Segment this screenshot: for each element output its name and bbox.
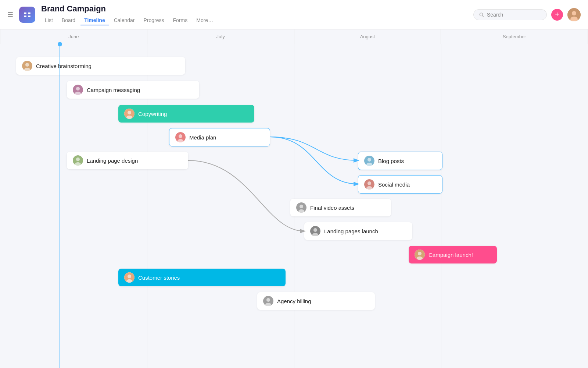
task-card-landing-pages-launch[interactable]: Landing pages launch [304, 222, 412, 240]
task-label: Social media [378, 181, 410, 188]
nav-tab-board[interactable]: Board [58, 16, 79, 25]
task-avatar [124, 272, 135, 283]
hamburger-menu[interactable]: ☰ [7, 11, 13, 19]
nav-tab-more[interactable]: More… [193, 16, 217, 25]
task-label: Blog posts [378, 158, 404, 164]
nav-tab-forms[interactable]: Forms [169, 16, 191, 25]
task-card-media-plan[interactable]: Media plan [169, 128, 270, 146]
timeline-dot [58, 42, 62, 46]
task-label: Creative brainstorming [36, 63, 92, 69]
nav-tab-progress[interactable]: Progress [140, 16, 168, 25]
task-avatar [124, 109, 135, 119]
timeline-container: JuneJulyAugustSeptember [0, 29, 588, 368]
task-avatar [310, 226, 320, 236]
svg-point-32 [368, 181, 371, 185]
task-avatar [296, 202, 306, 213]
month-june: June [0, 29, 147, 44]
add-button[interactable]: + [551, 9, 563, 21]
svg-point-8 [480, 13, 483, 16]
nav-tab-timeline[interactable]: Timeline [80, 16, 109, 25]
task-label: Agency billing [277, 298, 311, 304]
task-card-campaign-messaging[interactable]: Campaign messaging [67, 81, 199, 99]
task-card-copywriting[interactable]: Copywriting [118, 105, 254, 123]
svg-point-47 [266, 298, 270, 302]
svg-line-9 [483, 15, 484, 17]
svg-rect-5 [28, 15, 31, 15]
grid-line-3 [441, 44, 441, 368]
timeline-vertical-bar [60, 44, 60, 368]
task-label: Campaign launch! [429, 252, 473, 258]
month-july: July [147, 29, 294, 44]
task-label: Copywriting [138, 111, 167, 117]
task-card-customer-stories[interactable]: Customer stories [118, 269, 286, 286]
months-bar: JuneJulyAugustSeptember [0, 29, 588, 44]
svg-point-26 [76, 158, 80, 161]
task-label: Landing pages launch [324, 228, 378, 234]
month-august: August [294, 29, 441, 44]
task-avatar [73, 85, 83, 95]
svg-point-29 [368, 158, 371, 162]
svg-point-41 [418, 252, 422, 255]
task-avatar [22, 61, 32, 71]
svg-point-11 [572, 11, 576, 15]
svg-rect-4 [28, 13, 31, 14]
nav-tab-list[interactable]: List [41, 16, 57, 25]
svg-point-35 [300, 205, 303, 208]
svg-rect-7 [28, 16, 31, 17]
month-september: September [441, 29, 588, 44]
svg-rect-2 [24, 15, 26, 15]
svg-point-38 [313, 228, 317, 232]
task-card-campaign-launch[interactable]: Campaign launch! [409, 246, 497, 263]
task-card-agency-billing[interactable]: Agency billing [257, 292, 375, 310]
header: ☰ Brand Campaign ListBoardTimelineCalend… [0, 0, 588, 29]
app-icon-svg [23, 10, 32, 19]
nav-tab-calendar[interactable]: Calendar [110, 16, 139, 25]
svg-point-17 [76, 87, 80, 91]
search-box[interactable] [473, 9, 547, 20]
task-card-social-media[interactable]: Social media [358, 175, 442, 194]
project-title: Brand Campaign [41, 4, 473, 14]
task-label: Media plan [189, 134, 216, 141]
svg-rect-6 [24, 16, 26, 17]
task-avatar [364, 179, 374, 190]
svg-point-14 [25, 63, 29, 67]
task-card-landing-page-design[interactable]: Landing page design [67, 152, 188, 169]
svg-point-20 [128, 111, 131, 114]
task-card-creative-brainstorming[interactable]: Creative brainstorming [16, 57, 185, 75]
user-avatar[interactable] [567, 8, 581, 21]
svg-point-44 [128, 275, 131, 278]
svg-point-23 [179, 134, 182, 138]
task-label: Campaign messaging [87, 87, 140, 93]
search-icon [479, 12, 484, 17]
app-icon [19, 7, 35, 23]
task-avatar [73, 155, 83, 166]
svg-rect-3 [28, 12, 31, 13]
svg-rect-0 [24, 12, 26, 13]
task-avatar [364, 156, 374, 166]
task-label: Final video assets [310, 205, 354, 211]
search-input[interactable] [487, 12, 538, 18]
title-nav: Brand Campaign ListBoardTimelineCalendar… [41, 4, 473, 25]
task-label: Landing page design [87, 158, 138, 164]
grid-area: Creative brainstormingCampaign messaging… [0, 44, 588, 368]
task-card-blog-posts[interactable]: Blog posts [358, 152, 442, 170]
task-card-final-video-assets[interactable]: Final video assets [290, 199, 391, 216]
task-avatar [175, 132, 186, 142]
task-label: Customer stories [138, 275, 180, 281]
nav-tabs: ListBoardTimelineCalendarProgressFormsMo… [41, 16, 473, 25]
header-right: + [473, 8, 581, 21]
svg-rect-1 [24, 13, 26, 14]
avatar-svg [567, 8, 581, 21]
task-avatar [263, 296, 273, 306]
task-avatar [415, 250, 425, 260]
